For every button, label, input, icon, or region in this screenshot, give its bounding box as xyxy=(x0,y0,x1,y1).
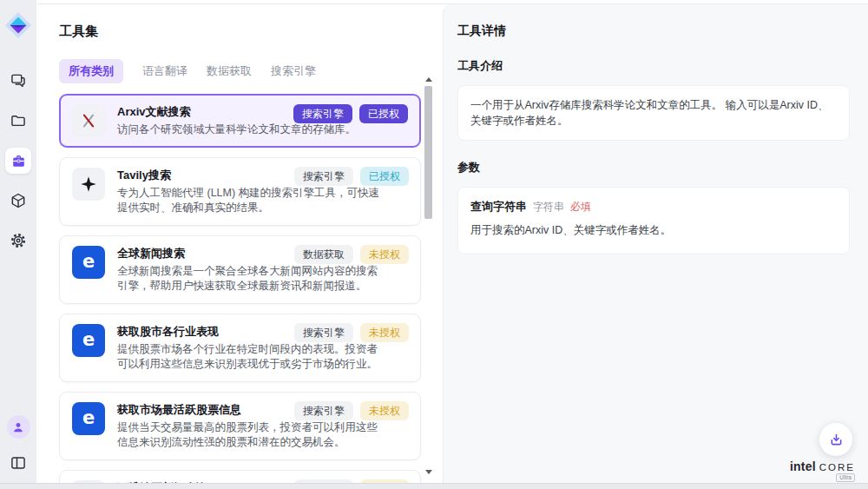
tool-card-arxiv[interactable]: Arxiv文献搜索 访问各个研究领域大量科学论文和文章的存储库。 搜索引擎 已授… xyxy=(59,94,421,148)
window-bottom-edge xyxy=(0,483,868,489)
tool-card-tavily[interactable]: Tavily搜索 专为人工智能代理 (LLM) 构建的搜索引擎工具，可快速提供实… xyxy=(59,157,421,226)
toolbox-icon xyxy=(10,153,27,169)
package-icon xyxy=(10,192,27,209)
tool-description: 访问各个研究领域大量科学论文和文章的存储库。 xyxy=(117,122,408,137)
sidebar-item-toolbox[interactable] xyxy=(5,148,31,174)
tool-description: 提供股票市场各个行业在特定时间段内的表现。投资者可以利用这些信息来识别表现优于或… xyxy=(117,342,408,372)
sidebar-item-settings[interactable] xyxy=(5,228,31,254)
app-logo xyxy=(3,10,33,40)
folder-icon xyxy=(10,112,27,129)
chat-icon xyxy=(10,72,27,89)
category-badge: 搜索引擎 xyxy=(294,167,353,186)
auth-status-badge: 已授权 xyxy=(359,104,408,123)
auth-status-badge: 未授权 xyxy=(360,245,409,264)
tab-language-translation[interactable]: 语言翻译 xyxy=(142,63,187,79)
auth-status-badge: 未授权 xyxy=(360,323,409,342)
tool-card-active-stocks[interactable]: e 获取市场最活跃股票信息 提供当天交易量最高的股票列表，投资者可以利用这些信息… xyxy=(59,392,421,460)
intro-card: 一个用于从Arxiv存储库搜索科学论文和文章的工具。 输入可以是Arxiv ID… xyxy=(457,85,850,141)
tool-description: 全球新闻搜索是一个聚合全球各大新闻网站内容的搜索引擎，帮助用户快速获取全球最新资… xyxy=(117,264,408,294)
scrollbar-up-arrow[interactable] xyxy=(425,77,432,82)
page-title: 工具集 xyxy=(59,23,443,40)
category-badge: 搜索引擎 xyxy=(294,401,353,420)
blue-e-icon: e xyxy=(72,246,105,279)
blue-e-icon: e xyxy=(72,324,105,357)
tool-description: 专为人工智能代理 (LLM) 构建的搜索引擎工具，可快速提供实时、准确和真实的结… xyxy=(117,186,408,215)
scrollbar-thumb[interactable] xyxy=(424,86,432,219)
tool-list-panel: 工具集 所有类别 语言翻译 数据获取 搜索引擎 Arxiv文献搜索 访问各个研究… xyxy=(36,4,443,483)
settings-icon xyxy=(10,232,27,249)
tab-data-acquisition[interactable]: 数据获取 xyxy=(207,63,252,79)
tab-search-engine[interactable]: 搜索引擎 xyxy=(271,63,316,79)
auth-status-badge: 未授权 xyxy=(360,401,409,420)
sidebar-item-files[interactable] xyxy=(5,108,31,134)
rail-bottom-group xyxy=(5,415,31,483)
intel-ultra-badge: Ultra xyxy=(836,473,855,482)
category-tabs: 所有类别 语言翻译 数据获取 搜索引擎 xyxy=(59,60,443,83)
tab-all-categories[interactable]: 所有类别 xyxy=(59,59,123,83)
tool-card-global-news[interactable]: e 全球新闻搜索 全球新闻搜索是一个聚合全球各大新闻网站内容的搜索引擎，帮助用户… xyxy=(59,235,421,304)
main-content: 工具集 所有类别 语言翻译 数据获取 搜索引擎 Arxiv文献搜索 访问各个研究… xyxy=(36,3,868,483)
sidebar-item-chat[interactable] xyxy=(5,68,31,94)
list-scrollbar xyxy=(424,77,433,474)
intel-core-logo: intel CORE Ultra xyxy=(790,459,855,473)
param-description: 用于搜索的Arxiv ID、关键字或作者姓名。 xyxy=(470,222,837,238)
user-avatar-icon xyxy=(11,420,25,434)
detail-title: 工具详情 xyxy=(457,23,850,39)
intro-heading: 工具介绍 xyxy=(457,58,850,74)
blue-e-icon: e xyxy=(72,402,105,435)
panel-toggle-icon xyxy=(10,454,27,472)
param-type: 字符串 xyxy=(533,199,564,215)
arxiv-x-icon xyxy=(72,104,105,137)
category-badge: 搜索引擎 xyxy=(294,323,353,342)
tavily-star-icon xyxy=(72,168,105,201)
left-rail xyxy=(0,0,36,483)
param-required-flag: 必填 xyxy=(570,199,591,215)
tool-detail-panel: 工具详情 工具介绍 一个用于从Arxiv存储库搜索科学论文和文章的工具。 输入可… xyxy=(443,4,868,483)
panel-toggle-button[interactable] xyxy=(5,450,31,476)
param-card: 查询字符串 字符串 必填 用于搜索的Arxiv ID、关键字或作者姓名。 xyxy=(457,187,850,254)
download-icon xyxy=(828,432,845,448)
tool-card-sector-performance[interactable]: e 获取股市各行业表现 提供股票市场各个行业在特定时间段内的表现。投资者可以利用… xyxy=(59,314,421,382)
user-avatar[interactable] xyxy=(7,415,30,439)
tool-description: 提供当天交易量最高的股票列表，投资者可以利用这些信息来识别流动性强的股票和潜在的… xyxy=(117,420,408,450)
sidebar-item-packages[interactable] xyxy=(5,188,31,214)
category-badge: 搜索引擎 xyxy=(293,104,352,123)
params-heading: 参数 xyxy=(457,160,850,175)
download-button[interactable] xyxy=(819,423,852,456)
auth-status-badge: 已授权 xyxy=(360,167,409,186)
scrollbar-track[interactable] xyxy=(424,86,432,464)
tool-card-list: Arxiv文献搜索 访问各个研究领域大量科学论文和文章的存储库。 搜索引擎 已授… xyxy=(59,94,421,489)
scrollbar-down-arrow[interactable] xyxy=(425,470,432,474)
category-badge: 数据获取 xyxy=(294,245,353,264)
param-name: 查询字符串 xyxy=(470,199,527,215)
